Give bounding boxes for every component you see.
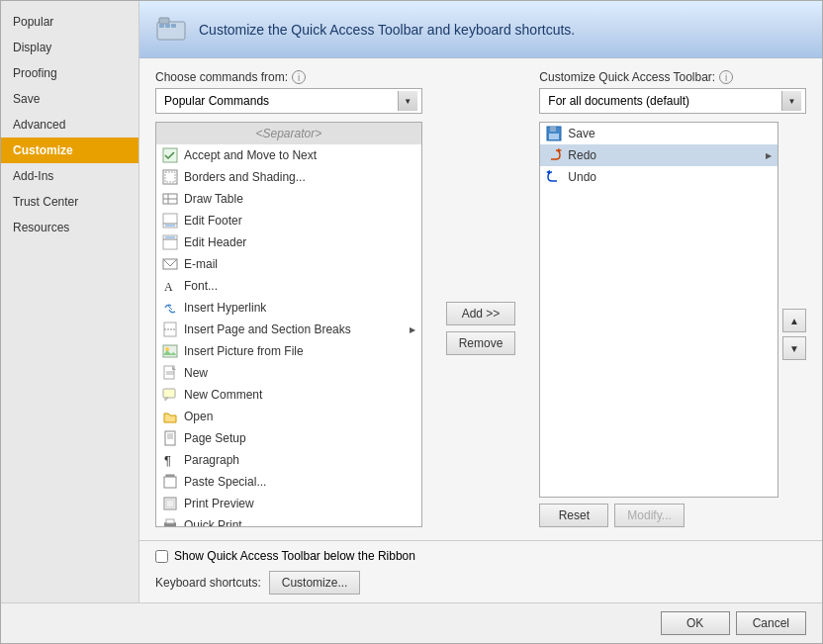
quick-access-dropdown[interactable]: For all documents (default) ▼	[539, 88, 806, 114]
list-item[interactable]: Accept and Move to Next	[156, 144, 421, 166]
svg-rect-35	[164, 477, 176, 488]
page-break-icon	[162, 322, 178, 337]
svg-rect-13	[165, 225, 175, 227]
svg-rect-49	[549, 134, 559, 139]
email-icon	[162, 256, 178, 272]
svg-rect-15	[165, 236, 175, 238]
list-item[interactable]: Edit Header	[156, 231, 421, 253]
remove-button[interactable]: Remove	[446, 331, 516, 355]
sidebar-item-save[interactable]: Save	[1, 86, 138, 112]
show-toolbar-checkbox[interactable]	[155, 550, 168, 563]
list-item[interactable]: Paste Special...	[156, 471, 421, 493]
middle-buttons-area: Add >> Remove	[438, 70, 524, 527]
borders-icon	[162, 169, 178, 185]
keyboard-row: Keyboard shortcuts: Customize...	[155, 571, 806, 595]
list-item[interactable]: Quick Print	[156, 514, 421, 527]
sidebar-item-advanced[interactable]: Advanced	[1, 112, 138, 138]
font-icon: A	[162, 278, 178, 294]
reset-button[interactable]: Reset	[539, 504, 608, 527]
draw-table-icon	[162, 191, 178, 207]
svg-marker-28	[165, 398, 168, 401]
checkbox-row: Show Quick Access Toolbar below the Ribb…	[155, 549, 806, 563]
list-item[interactable]: New	[156, 362, 421, 384]
bottom-section: Show Quick Access Toolbar below the Ribb…	[139, 540, 822, 602]
sidebar-item-resources[interactable]: Resources	[1, 215, 138, 240]
move-down-button[interactable]: ▼	[782, 336, 806, 360]
list-item[interactable]: ¶ Paragraph	[156, 449, 421, 471]
add-button[interactable]: Add >>	[446, 302, 515, 325]
sidebar-item-trust-center[interactable]: Trust Center	[1, 189, 138, 215]
commands-from-arrow-icon: ▼	[398, 91, 417, 111]
header-banner: Customize the Quick Access Toolbar and k…	[139, 1, 822, 58]
cancel-button[interactable]: Cancel	[736, 611, 806, 635]
new-icon	[162, 365, 178, 381]
list-item[interactable]: Borders and Shading...	[156, 166, 421, 188]
show-toolbar-label: Show Quick Access Toolbar below the Ribb…	[174, 549, 415, 563]
move-up-button[interactable]: ▲	[782, 309, 806, 332]
svg-rect-39	[166, 519, 174, 523]
two-column-layout: Choose commands from: i Popular Commands…	[155, 70, 806, 527]
list-item[interactable]: Page Setup	[156, 427, 421, 449]
keyboard-label: Keyboard shortcuts:	[155, 576, 261, 590]
edit-header-icon	[162, 234, 178, 250]
list-item[interactable]: Insert Picture from File	[156, 340, 421, 362]
left-info-icon[interactable]: i	[292, 70, 306, 84]
sidebar-item-display[interactable]: Display	[1, 35, 138, 60]
commands-list[interactable]: <Separator> Accept and Move to Next	[155, 122, 422, 527]
list-item[interactable]: <Separator>	[156, 123, 421, 144]
hyperlink-icon	[162, 300, 178, 316]
move-buttons-area: ▲ ▼	[782, 122, 806, 498]
list-item[interactable]: A Font...	[156, 275, 421, 297]
main-body: Choose commands from: i Popular Commands…	[139, 58, 822, 540]
commands-from-value: Popular Commands	[160, 92, 398, 110]
main-panel: Customize the Quick Access Toolbar and k…	[139, 1, 822, 602]
list-item[interactable]: Print Preview	[156, 493, 421, 514]
list-item[interactable]: New Comment	[156, 384, 421, 406]
reset-modify-row: Reset Modify...	[539, 504, 806, 527]
sidebar-item-add-ins[interactable]: Add-Ins	[1, 163, 138, 189]
submenu-arrow-icon: ▶	[410, 325, 415, 334]
modify-button[interactable]: Modify...	[614, 504, 684, 527]
sidebar-item-popular[interactable]: Popular	[1, 9, 138, 35]
list-item[interactable]: E-mail	[156, 253, 421, 275]
open-icon	[162, 409, 178, 424]
save-toolbar-icon	[546, 126, 562, 141]
list-item[interactable]: Edit Footer	[156, 210, 421, 231]
page-setup-icon	[162, 430, 178, 446]
accept-icon	[162, 147, 178, 163]
svg-rect-21	[163, 345, 177, 357]
insert-picture-icon	[162, 343, 178, 359]
commands-from-dropdown[interactable]: Popular Commands ▼	[155, 88, 422, 114]
svg-rect-27	[163, 389, 175, 398]
list-item[interactable]: Open	[156, 406, 421, 427]
edit-footer-icon	[162, 213, 178, 229]
svg-text:A: A	[164, 280, 173, 294]
keyboard-customize-button[interactable]: Customize...	[269, 571, 361, 595]
sidebar: PopularDisplayProofingSaveAdvancedCustom…	[1, 1, 139, 602]
print-preview-icon	[162, 496, 178, 511]
toolbar-item[interactable]: Redo ▶	[540, 144, 777, 166]
redo-toolbar-icon	[546, 147, 562, 163]
toolbar-items-list[interactable]: Save Redo ▶	[539, 122, 778, 498]
sidebar-item-customize[interactable]: Customize	[1, 138, 138, 163]
right-info-icon[interactable]: i	[719, 70, 733, 84]
quick-print-icon	[162, 517, 178, 527]
expand-icon: ▶	[766, 151, 772, 160]
list-item[interactable]: Draw Table	[156, 188, 421, 210]
svg-rect-1	[159, 18, 169, 24]
header-title: Customize the Quick Access Toolbar and k…	[199, 22, 575, 38]
toolbar-item[interactable]: Save	[540, 123, 777, 144]
dialog-footer: OK Cancel	[1, 602, 822, 643]
list-item[interactable]: Insert Page and Section Breaks ▶	[156, 319, 421, 340]
svg-rect-3	[165, 24, 170, 28]
list-item[interactable]: Insert Hyperlink	[156, 297, 421, 319]
new-comment-icon	[162, 387, 178, 403]
main-dialog: PopularDisplayProofingSaveAdvancedCustom…	[0, 0, 823, 644]
paste-icon	[162, 474, 178, 490]
quick-access-arrow-icon: ▼	[781, 91, 801, 111]
svg-rect-4	[171, 24, 176, 28]
toolbar-icon	[155, 14, 187, 46]
ok-button[interactable]: OK	[661, 611, 730, 635]
toolbar-item[interactable]: Undo	[540, 166, 777, 188]
sidebar-item-proofing[interactable]: Proofing	[1, 60, 138, 86]
